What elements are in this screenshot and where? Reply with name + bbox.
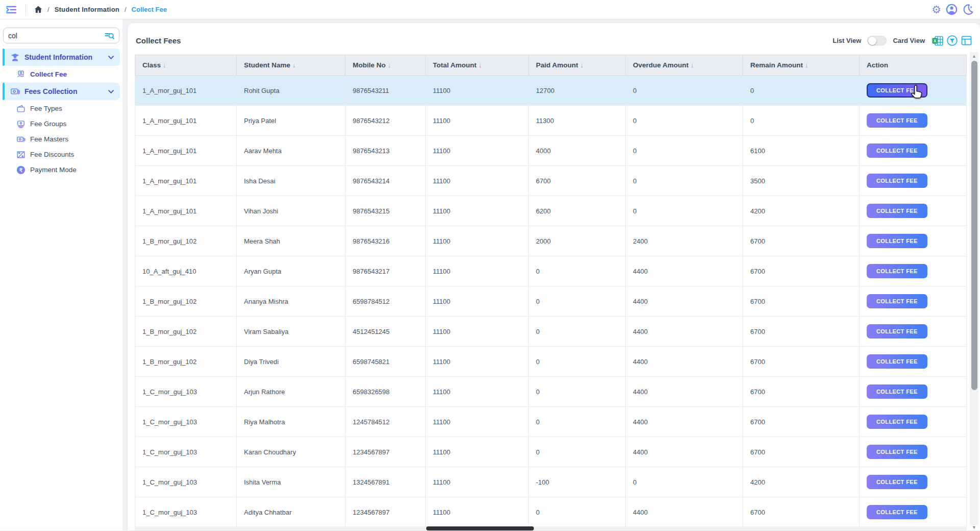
collect-fee-button[interactable]: COLLECT FEE — [867, 324, 927, 339]
collect-fee-button[interactable]: COLLECT FEE — [867, 505, 927, 519]
collect-fee-button[interactable]: COLLECT FEE — [867, 475, 927, 489]
cell-overdue-amount: 4400 — [626, 256, 743, 286]
collect-fee-button[interactable]: COLLECT FEE — [867, 113, 927, 128]
table-row: 1_C_mor_guj_103 Ishita Verma 1324567891 … — [135, 467, 967, 497]
horizontal-scrollbar[interactable] — [135, 526, 967, 530]
sidebar-toggle-icon[interactable] — [5, 4, 17, 16]
column-header[interactable]: Total Amount↓ — [426, 55, 529, 76]
cell-overdue-amount: 4400 — [626, 407, 743, 437]
sort-arrow-icon[interactable]: ↓ — [478, 61, 482, 69]
column-header[interactable]: Remain Amount↓ — [743, 55, 860, 76]
cell-paid-amount: -100 — [529, 467, 626, 497]
cell-student-name: Vihan Joshi — [237, 196, 346, 226]
fee-types-wallet-icon — [16, 104, 26, 113]
sidebar-item-fee-types[interactable]: Fee Types — [3, 101, 120, 116]
sidebar-item-collect-fee[interactable]: Collect Fee — [3, 67, 120, 82]
cell-overdue-amount: 0 — [626, 76, 743, 106]
sidebar-item-payment-mode[interactable]: ₹ Payment Mode — [3, 162, 120, 177]
table-row: 1_C_mor_guj_103 Arjun Rathore 6598326598… — [135, 377, 967, 407]
column-header[interactable]: Action — [860, 55, 967, 76]
horizontal-scrollbar-thumb[interactable] — [426, 526, 534, 530]
cell-class: 1_A_mor_guj_101 — [135, 166, 237, 196]
collect-fee-button[interactable]: COLLECT FEE — [867, 234, 927, 248]
cell-total-amount: 11100 — [426, 136, 529, 166]
collect-fee-button[interactable]: COLLECT FEE — [867, 143, 927, 158]
cell-overdue-amount: 4400 — [626, 286, 743, 317]
sort-arrow-icon[interactable]: ↓ — [292, 61, 296, 69]
scroll-up-arrow-icon[interactable]: ▲ — [970, 54, 978, 59]
sidebar-item-label: Fee Groups — [30, 120, 66, 128]
sort-arrow-icon[interactable]: ↓ — [691, 61, 694, 69]
cell-paid-amount: 0 — [529, 256, 626, 286]
scroll-down-arrow-icon[interactable]: ▼ — [970, 525, 978, 530]
breadcrumb-separator: / — [125, 6, 127, 13]
filter-funnel-icon[interactable] — [947, 35, 958, 46]
fee-discounts-icon — [16, 150, 26, 159]
excel-export-icon[interactable]: X — [932, 36, 943, 46]
sort-arrow-icon[interactable]: ↓ — [805, 61, 808, 69]
collect-fee-button[interactable]: COLLECT FEE — [867, 83, 927, 98]
cell-total-amount: 11100 — [426, 467, 529, 497]
vertical-scrollbar[interactable]: ▲ ▼ — [970, 52, 978, 525]
settings-gear-icon[interactable]: ⚙ — [932, 4, 941, 15]
sort-arrow-icon[interactable]: ↓ — [580, 61, 584, 69]
sidebar-item-fee-masters[interactable]: Fee Masters — [3, 132, 120, 147]
sidebar-item-fees-collection[interactable]: Fees Collection — [3, 83, 120, 100]
view-toggle[interactable] — [867, 36, 887, 45]
cell-overdue-amount: 0 — [626, 467, 743, 497]
column-header[interactable]: Student Name↓ — [237, 55, 346, 76]
user-account-icon[interactable] — [946, 4, 958, 15]
sidebar: Student Information Collect Fee — [0, 19, 122, 530]
cell-total-amount: 11100 — [426, 437, 529, 467]
cell-total-amount: 11100 — [426, 256, 529, 286]
cell-paid-amount: 2000 — [529, 226, 626, 256]
collect-fee-button[interactable]: COLLECT FEE — [867, 384, 927, 399]
fees-collection-icon — [10, 87, 20, 96]
column-header[interactable]: Overdue Amount↓ — [626, 55, 743, 76]
breadcrumb-section[interactable]: Student Information — [55, 6, 119, 13]
table-row: 1_B_mor_guj_102 Diya Trivedi 6598745821 … — [135, 347, 967, 377]
collect-fee-button[interactable]: COLLECT FEE — [867, 354, 927, 369]
cell-paid-amount: 6200 — [529, 196, 626, 226]
cell-student-name: Aarav Mehta — [237, 136, 346, 166]
collect-fee-button[interactable]: COLLECT FEE — [867, 445, 927, 459]
collect-fee-button[interactable]: COLLECT FEE — [867, 204, 927, 218]
cell-class: 1_B_mor_guj_102 — [135, 226, 237, 256]
cell-class: 10_A_aft_guj_410 — [135, 256, 237, 286]
collect-fee-button[interactable]: COLLECT FEE — [867, 174, 927, 188]
svg-text:X: X — [934, 38, 937, 43]
cell-total-amount: 11100 — [426, 106, 529, 136]
cell-student-name: Arjun Rathore — [237, 377, 346, 407]
home-icon[interactable] — [34, 6, 42, 13]
sidebar-item-student-information[interactable]: Student Information — [3, 49, 120, 66]
sidebar-item-fee-groups[interactable]: Fee Groups — [3, 116, 120, 131]
app-root: / Student Information / Collect Fee ⚙ — [0, 0, 980, 531]
collect-fee-button[interactable]: COLLECT FEE — [867, 294, 927, 308]
chevron-down-icon — [108, 90, 114, 93]
search-input[interactable] — [8, 32, 102, 40]
column-header[interactable]: Mobile No↓ — [346, 55, 426, 76]
search-icon[interactable] — [105, 31, 114, 40]
table-row: 1_A_mor_guj_101 Aarav Mehta 9876543213 1… — [135, 136, 967, 166]
cell-student-name: Ananya Mishra — [237, 286, 346, 317]
sidebar-item-fee-discounts[interactable]: Fee Discounts — [3, 147, 120, 162]
toggle-knob[interactable] — [868, 37, 876, 45]
topbar-divider — [26, 4, 26, 16]
collect-fee-button[interactable]: COLLECT FEE — [867, 415, 927, 429]
dark-mode-moon-icon[interactable] — [962, 4, 974, 15]
table-layout-icon[interactable] — [961, 36, 972, 45]
table-row: 1_B_mor_guj_102 Ananya Mishra 6598784512… — [135, 286, 967, 317]
vertical-scrollbar-thumb[interactable] — [971, 61, 977, 390]
breadcrumb-current[interactable]: Collect Fee — [132, 6, 167, 13]
column-header[interactable]: Class↓ — [135, 55, 237, 76]
column-header[interactable]: Paid Amount↓ — [529, 55, 626, 76]
cell-total-amount: 11100 — [426, 196, 529, 226]
cell-paid-amount: 12700 — [529, 76, 626, 106]
sort-arrow-icon[interactable]: ↓ — [163, 61, 166, 69]
cell-student-name: Meera Shah — [237, 226, 346, 256]
cell-class: 1_B_mor_guj_102 — [135, 347, 237, 377]
cell-class: 1_B_mor_guj_102 — [135, 317, 237, 347]
cell-student-name: Karan Choudhary — [237, 437, 346, 467]
sort-arrow-icon[interactable]: ↓ — [388, 61, 391, 69]
collect-fee-button[interactable]: COLLECT FEE — [867, 264, 927, 278]
